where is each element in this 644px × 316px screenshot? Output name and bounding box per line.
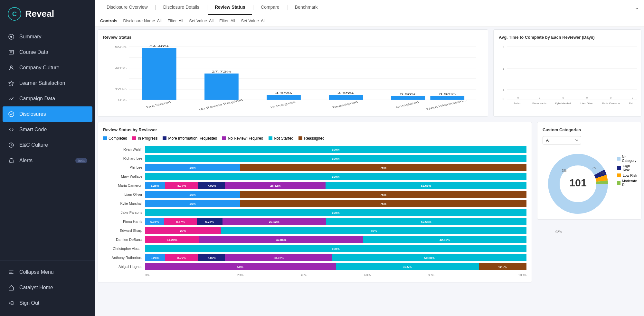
tab-review-status[interactable]: Review Status <box>208 0 252 15</box>
reviewer-stacked-panel: Review Status by Reviewer Completed In P… <box>95 119 535 285</box>
star-icon <box>8 80 15 87</box>
svg-rect-21 <box>267 95 301 100</box>
smart-code-icon <box>8 126 15 133</box>
stacked-row-name: Fiona Harris <box>103 220 145 223</box>
legend-dot-more-info <box>163 136 166 140</box>
legend-dot-no-review <box>222 136 226 140</box>
stacked-bar: 100% <box>145 146 526 153</box>
stacked-row-name: Liam Oliver <box>103 193 145 196</box>
tab-compare[interactable]: Compare <box>254 0 286 15</box>
sidebar-item-disclosures[interactable]: Disclosures <box>3 106 92 122</box>
filter1-val: All <box>179 18 183 23</box>
svg-text:0: 0 <box>517 96 519 99</box>
sidebar-item-learner-satisfaction[interactable]: Learner Satisfaction <box>0 75 95 91</box>
sidebar-item-smart-code[interactable]: Smart Code <box>0 122 95 137</box>
svg-text:3.96%: 3.96% <box>439 93 456 96</box>
svg-text:More Information...: More Information... <box>425 99 468 111</box>
tabs-dropdown-arrow[interactable]: ⌄ <box>635 5 639 11</box>
legend-no-review: No Review Required <box>222 136 263 141</box>
stacked-bar: 50%37.5%12.5% <box>145 263 526 270</box>
review-status-title: Review Status <box>103 35 483 40</box>
tab-disclosure-overview[interactable]: Disclosure Overview <box>100 0 154 15</box>
svg-text:2: 2 <box>503 45 504 49</box>
stacked-segment: 37.5% <box>336 263 479 270</box>
pct-low-risk: 3% <box>592 166 597 170</box>
stacked-bar: 100% <box>145 173 526 180</box>
stacked-segment: 100% <box>145 209 526 216</box>
svg-rect-17 <box>142 48 176 100</box>
legend-dot-not-started <box>269 136 272 140</box>
collapse-menu-button[interactable]: Collapse Menu <box>0 264 95 280</box>
stacked-segment: 25% <box>145 164 240 171</box>
legend-low-risk: Low Risk <box>617 173 638 177</box>
stacked-bar: 100% <box>145 155 526 162</box>
sidebar-item-course-data[interactable]: Course Data <box>0 44 95 60</box>
stacked-row: Kylie Marshall25%75% <box>103 200 526 207</box>
svg-text:0: 0 <box>610 96 612 99</box>
stacked-row: Damien DeBarra14.29%42.86%42.86% <box>103 236 526 243</box>
sidebar-item-ec-culture[interactable]: E&C Culture <box>0 137 95 153</box>
svg-text:No Review Required: No Review Required <box>198 98 244 111</box>
logo-icon: C <box>8 7 21 21</box>
svg-text:0%: 0% <box>118 98 127 102</box>
stacked-segment: 28.07% <box>225 254 332 261</box>
stacked-segment: 8.77% <box>165 182 198 189</box>
tab-bar: Disclosure Overview | Disclosure Details… <box>95 0 644 15</box>
svg-text:Antho...: Antho... <box>514 102 523 105</box>
stacked-segment: 25% <box>145 200 240 207</box>
svg-text:Completed: Completed <box>394 101 420 109</box>
pct-high-risk: 3% <box>562 169 566 173</box>
ec-icon <box>8 142 15 149</box>
stacked-row: Richard Lee100% <box>103 155 526 162</box>
svg-text:Phil ...: Phil ... <box>629 102 636 105</box>
svg-text:4.95%: 4.95% <box>275 92 292 95</box>
tab-disclosure-details[interactable]: Disclosure Details <box>157 0 206 15</box>
stacked-segment: 42.86% <box>363 236 526 243</box>
logo: C Reveal <box>0 0 95 26</box>
tab-benchmark[interactable]: Benchmark <box>289 0 324 15</box>
sidebar-item-summary[interactable]: Summary <box>0 29 95 44</box>
stacked-segment: 50.88% <box>332 254 526 261</box>
filter2-control: Filter All <box>219 18 235 23</box>
stacked-bar: 20%80% <box>145 227 526 234</box>
catalyst-home-button[interactable]: Catalyst Home <box>0 280 95 295</box>
stacked-row: Christopher Abra...100% <box>103 245 526 252</box>
set-value1-val: All <box>209 18 213 23</box>
stacked-segment: 6.78% <box>197 218 223 225</box>
stacked-segment: 75% <box>240 164 526 171</box>
stacked-segment: 12.5% <box>479 263 526 270</box>
svg-text:4.95%: 4.95% <box>337 92 354 95</box>
sign-out-button[interactable]: Sign Out <box>0 295 95 311</box>
custom-categories-dropdown[interactable]: All <box>543 136 581 144</box>
collapse-icon <box>8 269 15 276</box>
svg-point-3 <box>10 66 12 68</box>
svg-text:0: 0 <box>539 96 540 99</box>
sidebar-item-campaign-data[interactable]: Campaign Data <box>0 91 95 106</box>
svg-text:0: 0 <box>586 96 588 99</box>
home-icon <box>8 284 15 291</box>
svg-rect-23 <box>329 95 363 100</box>
filter1-control: Filter All <box>167 18 183 23</box>
low-risk-dot <box>617 173 621 177</box>
stacked-segment: 50% <box>145 263 336 270</box>
svg-text:In Progress: In Progress <box>270 101 296 109</box>
stacked-segment: 8.77% <box>165 254 198 261</box>
sidebar-item-alerts[interactable]: Alerts beta <box>0 153 95 168</box>
custom-categories-panel: Custom Categories All <box>537 122 641 220</box>
legend-not-started: Not Started <box>269 136 294 141</box>
sidebar-item-company-culture[interactable]: Company Culture <box>0 60 95 75</box>
stacked-row-name: Kylie Marshall <box>103 202 145 205</box>
svg-rect-25 <box>391 96 425 100</box>
filter2-key: Filter <box>219 18 229 23</box>
logo-text: Reveal <box>25 9 54 19</box>
set-value2-control: Set Value All <box>241 18 265 23</box>
stacked-row: Mary Wallace100% <box>103 173 526 180</box>
stacked-bar: 25%75% <box>145 200 526 207</box>
sidebar: C Reveal Summary Course Data Company Cul… <box>0 0 95 316</box>
signout-icon <box>8 300 15 307</box>
svg-text:1: 1 <box>503 88 504 92</box>
stacked-segment: 100% <box>145 245 526 252</box>
main-content: Disclosure Overview | Disclosure Details… <box>95 0 644 316</box>
filter2-val: All <box>231 18 235 23</box>
content-area: Review Status 60% 40% 20% 0% <box>95 27 644 316</box>
